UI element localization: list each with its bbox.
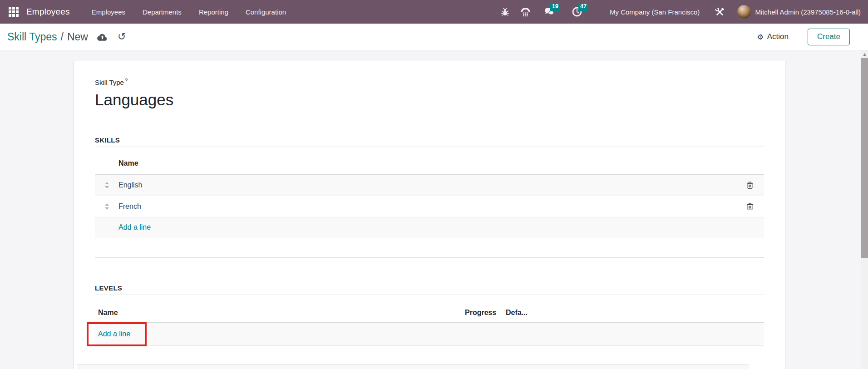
top-navbar: Employees Employees Departments Reportin… [0, 0, 868, 24]
next-section-cutoff [77, 364, 749, 369]
levels-table: Name Progress Defa... Add a line [95, 309, 764, 346]
gear-icon: ⚙ [757, 33, 763, 41]
vertical-scrollbar[interactable]: ▲ [861, 50, 868, 369]
skills-section-title: SKILLS [95, 136, 764, 144]
breadcrumb-separator: / [61, 31, 64, 43]
levels-table-header: Name Progress Defa... [95, 309, 764, 323]
messages-count-badge: 19 [550, 3, 560, 11]
skills-add-a-line-link[interactable]: Add a line [118, 223, 151, 231]
help-tooltip-marker: ? [125, 78, 128, 83]
levels-add-a-line-link[interactable]: Add a line [98, 330, 130, 338]
drag-handle-icon[interactable] [95, 203, 118, 210]
create-button[interactable]: Create [808, 29, 850, 45]
breadcrumb-skill-types[interactable]: Skill Types [7, 31, 57, 43]
control-panel-actions: ⚙ Action Create [757, 29, 861, 45]
levels-section-divider [95, 295, 764, 295]
skill-row-french[interactable]: French [95, 196, 764, 217]
delete-row-trash-icon[interactable] [736, 202, 764, 211]
activities-clock-icon[interactable]: 47 [572, 6, 582, 17]
skill-type-field-label: Skill Type? [95, 78, 764, 86]
skills-name-column-header: Name [118, 159, 138, 167]
levels-progress-column-header: Progress [465, 309, 506, 317]
systray: 19 47 My Company (San Francisco) [501, 5, 861, 19]
main-menu: Employees Departments Reporting Configur… [92, 8, 286, 16]
app-title[interactable]: Employees [26, 7, 70, 17]
skill-name-cell[interactable]: English [118, 181, 142, 189]
breadcrumb-current: New [67, 31, 88, 43]
drag-handle-icon[interactable] [95, 182, 118, 188]
levels-section-title: LEVELS [95, 284, 764, 292]
apps-grid-icon[interactable] [9, 7, 19, 17]
skills-table: Name English [95, 159, 764, 237]
skill-row-english[interactable]: English [95, 175, 764, 196]
form-view-area: Skill Type? Languages SKILLS Name Englis… [0, 50, 868, 369]
skills-section: SKILLS Name English [95, 136, 764, 237]
skills-add-line-row: Add a line [95, 217, 764, 237]
levels-default-column-header: Defa... [506, 309, 764, 317]
user-menu[interactable]: Mitchell Admin (23975085-16-0-all) [755, 8, 861, 16]
skill-name-cell[interactable]: French [118, 202, 141, 211]
user-avatar[interactable] [737, 5, 751, 19]
action-menu-button[interactable]: ⚙ Action [757, 32, 789, 41]
activities-count-badge: 47 [578, 3, 588, 11]
levels-add-line-row: Add a line [95, 323, 764, 346]
voip-phone-icon[interactable] [520, 7, 531, 17]
skills-section-divider [95, 147, 764, 147]
menu-configuration[interactable]: Configuration [246, 8, 286, 16]
menu-employees[interactable]: Employees [92, 8, 125, 16]
breadcrumb: Skill Types / New ↺ [7, 31, 126, 43]
delete-row-trash-icon[interactable] [736, 181, 764, 189]
levels-section: LEVELS Name Progress Defa... Add a line [95, 284, 764, 346]
skill-type-name-input[interactable]: Languages [95, 91, 764, 109]
developer-tools-icon[interactable] [714, 6, 725, 18]
menu-reporting[interactable]: Reporting [199, 8, 228, 16]
menu-departments[interactable]: Departments [143, 8, 182, 16]
form-sheet: Skill Type? Languages SKILLS Name Englis… [74, 61, 785, 369]
scrollbar-up-arrow[interactable]: ▲ [861, 50, 868, 58]
control-panel: Skill Types / New ↺ ⚙ Action Create [0, 24, 868, 50]
discard-undo-icon[interactable]: ↺ [118, 32, 126, 42]
bug-icon[interactable] [501, 7, 509, 17]
group-separator [95, 257, 764, 258]
company-switcher[interactable]: My Company (San Francisco) [610, 8, 700, 16]
skills-table-header: Name [95, 159, 764, 175]
save-cloud-icon[interactable] [97, 33, 108, 41]
levels-name-column-header: Name [95, 309, 465, 317]
messages-icon[interactable]: 19 [543, 6, 555, 17]
action-label: Action [767, 32, 789, 41]
scrollbar-thumb[interactable] [861, 58, 868, 258]
